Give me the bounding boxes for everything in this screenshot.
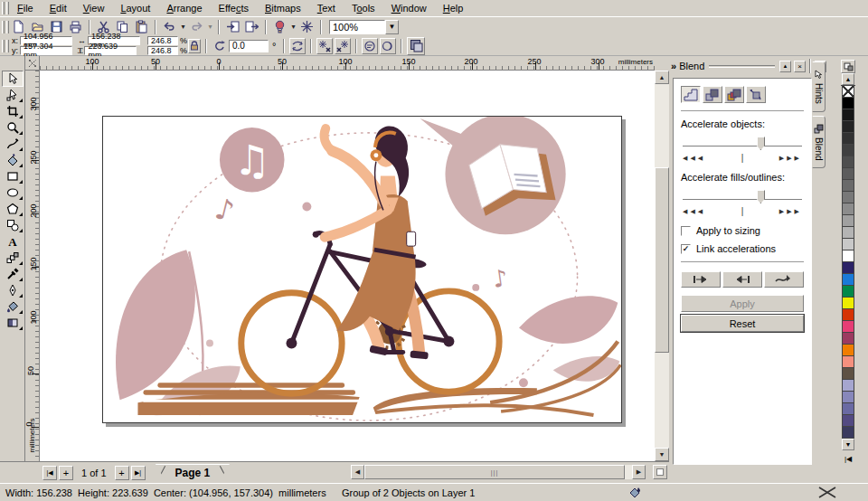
color-swatch[interactable] <box>842 156 854 168</box>
menu-bitmaps[interactable]: Bitmaps <box>257 1 309 15</box>
color-swatch[interactable] <box>842 86 854 98</box>
redo-dropdown-arrow[interactable]: ▾ <box>206 23 214 31</box>
add-node-button[interactable] <box>335 38 351 54</box>
tool-interactive-fill[interactable] <box>2 315 24 331</box>
first-page-button[interactable]: |◀ <box>42 466 57 480</box>
tool-shape[interactable] <box>2 87 24 103</box>
color-swatch[interactable] <box>842 180 854 192</box>
propbar-grip[interactable] <box>2 40 5 52</box>
behind-text-button[interactable] <box>380 38 396 54</box>
color-swatch[interactable] <box>842 98 854 109</box>
color-swatch[interactable] <box>842 203 854 215</box>
accelerate-fills-slider[interactable] <box>683 190 802 204</box>
color-swatch[interactable] <box>842 227 854 239</box>
remove-node-button[interactable] <box>316 38 333 54</box>
color-swatch[interactable] <box>842 145 854 156</box>
color-swatch[interactable] <box>842 286 854 298</box>
zoom-combo-dropdown[interactable]: ▼ <box>385 20 399 34</box>
end-object-button[interactable] <box>722 271 762 288</box>
color-swatch[interactable] <box>842 356 854 368</box>
color-swatch[interactable] <box>842 298 854 309</box>
color-swatch[interactable] <box>842 380 854 392</box>
ruler-origin[interactable] <box>25 56 40 71</box>
convert-to-curves-button[interactable] <box>407 37 425 55</box>
drawing-canvas[interactable]: ♫ ♪ ♪ <box>40 71 655 461</box>
lock-ratio-button[interactable] <box>188 39 201 53</box>
blend-steps-button[interactable] <box>681 86 701 103</box>
application-launcher-button[interactable] <box>270 18 289 35</box>
color-swatch[interactable] <box>842 121 854 133</box>
color-swatch[interactable] <box>842 392 854 403</box>
color-swatch[interactable] <box>842 368 854 380</box>
palette-scroll-down[interactable]: ▼ <box>842 439 854 450</box>
color-swatch[interactable] <box>842 133 854 145</box>
tool-eyedropper[interactable] <box>2 266 24 282</box>
add-page-after-button[interactable]: + <box>115 466 129 480</box>
tab-hints[interactable]: Hints <box>812 61 826 112</box>
palette-expand[interactable]: |◀ <box>842 453 854 465</box>
color-swatch[interactable] <box>842 168 854 180</box>
color-swatch[interactable] <box>842 109 854 121</box>
print-button[interactable] <box>66 18 85 35</box>
menu-layout[interactable]: Layout <box>112 1 158 15</box>
propbar-grip[interactable] <box>6 40 9 52</box>
docker-close-button[interactable]: × <box>794 61 806 72</box>
scroll-down-button[interactable]: ▼ <box>655 448 669 461</box>
view-split-box[interactable] <box>653 465 667 479</box>
import-button[interactable] <box>223 18 242 35</box>
rotation-angle-field[interactable]: 0.0 <box>229 40 269 52</box>
scale-h-field[interactable]: 246.8 <box>147 36 178 45</box>
tool-smart-fill[interactable] <box>2 152 24 168</box>
corel-online-button[interactable] <box>297 18 316 35</box>
horizontal-ruler[interactable]: 100 50 0 50 100 150 200 250 300 millimet… <box>40 56 655 71</box>
menu-view[interactable]: View <box>75 1 113 15</box>
y-position-field[interactable]: 157.304 mm <box>20 46 72 55</box>
tool-crop[interactable] <box>2 103 24 119</box>
blend-misc-button[interactable] <box>746 86 766 103</box>
redo-button[interactable] <box>187 18 206 35</box>
menu-edit[interactable]: Edit <box>42 1 75 15</box>
docker-collapse-button[interactable]: ▲ <box>779 61 791 72</box>
tool-freehand[interactable] <box>2 136 24 152</box>
vertical-scrollbar[interactable]: ▲ ▼ <box>655 71 669 461</box>
menu-window[interactable]: Window <box>383 1 435 15</box>
accelerate-objects-slider[interactable] <box>683 137 802 151</box>
scale-v-field[interactable]: 246.8 <box>147 46 178 55</box>
tool-text[interactable]: A <box>2 233 24 250</box>
reset-button[interactable]: Reset <box>681 315 804 332</box>
scroll-up-button[interactable]: ▲ <box>655 71 669 84</box>
slider-track[interactable] <box>683 146 802 147</box>
tool-rectangle[interactable] <box>2 168 24 184</box>
tool-outline[interactable] <box>2 282 24 298</box>
wrap-text-button[interactable] <box>362 38 378 54</box>
horizontal-scroll-thumb[interactable]: ||| <box>364 465 625 479</box>
undo-button[interactable] <box>160 18 179 35</box>
palette-scroll-up[interactable]: ▲ <box>842 73 854 85</box>
color-swatch[interactable] <box>842 239 854 250</box>
drawing-page[interactable]: ♫ ♪ ♪ <box>102 116 622 423</box>
slider-thumb[interactable] <box>757 190 765 203</box>
tool-basic-shapes[interactable] <box>2 217 24 233</box>
horizontal-scrollbar[interactable]: ◀ ||| ▶ <box>351 465 646 479</box>
blend-color-button[interactable] <box>724 86 744 103</box>
menu-effects[interactable]: Effects <box>211 1 257 15</box>
scroll-left-button[interactable]: ◀ <box>351 465 364 479</box>
color-swatch[interactable] <box>842 333 854 345</box>
add-page-before-button[interactable]: + <box>59 466 73 480</box>
blend-path-button[interactable] <box>764 271 804 288</box>
menu-tools[interactable]: Tools <box>344 1 383 15</box>
color-swatch[interactable] <box>842 262 854 274</box>
menu-help[interactable]: Help <box>435 1 472 15</box>
object-height-field[interactable]: 223.639 mm <box>84 46 137 55</box>
tool-pick[interactable] <box>2 71 24 87</box>
mirror-horizontal-button[interactable] <box>289 38 306 54</box>
color-swatch[interactable] <box>842 403 854 415</box>
color-swatch[interactable] <box>842 274 854 286</box>
scroll-right-button[interactable]: ▶ <box>632 465 646 479</box>
slider-track[interactable] <box>683 199 802 201</box>
tool-polygon[interactable] <box>2 201 24 217</box>
zoom-level-value[interactable]: 100% <box>329 20 385 34</box>
apply-to-sizing-checkbox[interactable] <box>681 226 691 236</box>
color-swatch[interactable] <box>842 415 854 427</box>
palette-options-button[interactable] <box>841 60 855 73</box>
